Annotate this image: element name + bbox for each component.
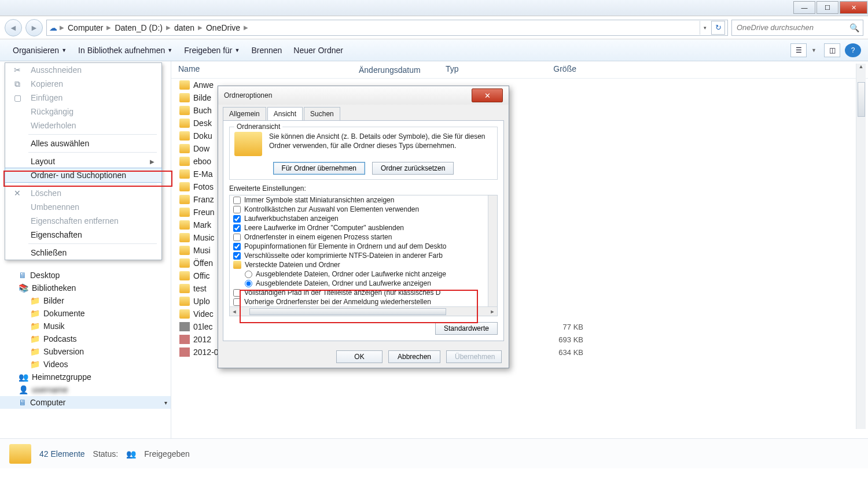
- folder-icon: [179, 195, 190, 204]
- close-button[interactable]: ✕: [840, 1, 867, 14]
- address-dropdown-icon[interactable]: ▾: [700, 21, 710, 35]
- settings-scrollbar-h[interactable]: ◄►: [230, 306, 497, 316]
- setting-radio-show[interactable]: Ausgeblendete Dateien, Ordner und Laufwe…: [230, 279, 497, 288]
- setting-item[interactable]: Ordnerfenster in einem eigenen Prozess s…: [230, 232, 497, 242]
- setting-item[interactable]: Vollständigen Pfad in der Titelleiste an…: [230, 288, 497, 297]
- crumb-onedrive[interactable]: OneDrive: [203, 23, 244, 32]
- tree-computer[interactable]: 🖥Computer▾: [0, 396, 171, 409]
- libraries-icon: 📚: [19, 283, 28, 293]
- menu-cut[interactable]: ✂Ausschneiden: [5, 63, 161, 77]
- share-with-button[interactable]: Freigeben für ▼: [178, 42, 245, 58]
- view-mode-button[interactable]: ☰: [790, 43, 807, 57]
- tree-libraries[interactable]: 📚Bibliotheken: [0, 282, 171, 294]
- new-folder-button[interactable]: Neuer Ordner: [288, 42, 349, 58]
- menu-properties[interactable]: Eigenschaften: [5, 228, 161, 242]
- setting-item[interactable]: Vorherige Ordnerfenster bei der Anmeldun…: [230, 297, 497, 306]
- col-name[interactable]: Name: [171, 61, 352, 78]
- preview-pane-button[interactable]: ◫: [824, 43, 840, 57]
- setting-item[interactable]: Leere Laufwerke im Ordner "Computer" aus…: [230, 223, 497, 232]
- checkbox[interactable]: [233, 234, 241, 241]
- folder-icon: [179, 93, 190, 102]
- setting-item[interactable]: Immer Symbole statt Miniaturansichten an…: [230, 195, 497, 205]
- chevron-down-icon[interactable]: ▾: [161, 400, 171, 406]
- include-in-library-button[interactable]: In Bibliothek aufnehmen ▼: [72, 42, 178, 58]
- col-date[interactable]: Änderungsdatum: [352, 61, 439, 78]
- col-type[interactable]: Typ: [439, 61, 525, 78]
- checkbox[interactable]: [233, 252, 241, 260]
- tab-search[interactable]: Suchen: [304, 107, 340, 120]
- tree-bilder[interactable]: 📁Bilder: [0, 294, 171, 307]
- menu-select-all[interactable]: Alles auswählen: [5, 136, 161, 150]
- tab-view[interactable]: Ansicht: [267, 107, 303, 120]
- crumb-daten[interactable]: daten: [171, 23, 198, 32]
- setting-item[interactable]: Laufwerkbuchstaben anzeigen: [230, 214, 497, 223]
- menu-layout[interactable]: Layout▶: [5, 154, 161, 168]
- tree-homegroup[interactable]: 👥Heimnetzgruppe: [0, 371, 171, 383]
- checkbox[interactable]: [233, 224, 241, 232]
- ok-button[interactable]: OK: [336, 350, 382, 363]
- advanced-settings-list[interactable]: Immer Symbole statt Miniaturansichten an…: [229, 195, 498, 316]
- tree-dokumente[interactable]: 📁Dokumente: [0, 307, 171, 320]
- checkbox[interactable]: [233, 298, 241, 306]
- tree-videos[interactable]: 📁Videos: [0, 358, 171, 371]
- dialog-button-row: OK Abbrechen Übernehmen: [218, 346, 509, 368]
- address-bar-row: ◄ ► ☁ ▶ Computer ▶ Daten_D (D:) ▶ daten …: [0, 16, 868, 39]
- column-headers[interactable]: Name Änderungsdatum Typ Größe: [171, 61, 868, 79]
- menu-redo[interactable]: Wiederholen: [5, 119, 161, 132]
- back-button[interactable]: ◄: [5, 19, 22, 36]
- menu-remove-props[interactable]: Eigenschaften entfernen: [5, 214, 161, 228]
- search-input[interactable]: [735, 23, 849, 32]
- breadcrumb[interactable]: ☁ ▶ Computer ▶ Daten_D (D:) ▶ daten ▶ On…: [46, 20, 728, 36]
- menu-folder-options[interactable]: Ordner- und Suchoptionen: [5, 168, 162, 183]
- defaults-button[interactable]: Standardwerte: [435, 322, 498, 335]
- checkbox[interactable]: [233, 215, 241, 223]
- crumb-computer[interactable]: Computer: [64, 23, 106, 32]
- apply-to-folders-button[interactable]: Für Ordner übernehmen: [273, 162, 365, 175]
- col-size[interactable]: Größe: [525, 61, 583, 78]
- setting-radio-hide[interactable]: Ausgeblendete Dateien, Ordner oder Laufw…: [230, 269, 497, 279]
- setting-item[interactable]: Popupinformationen für Elemente in Ordne…: [230, 242, 497, 251]
- tree-user[interactable]: 👤username: [0, 383, 171, 396]
- folder-icon: [179, 284, 190, 293]
- radio[interactable]: [245, 280, 252, 287]
- checkbox[interactable]: [233, 289, 241, 297]
- setting-item[interactable]: Verschlüsselte oder komprimierte NTFS-Da…: [230, 251, 497, 260]
- help-button[interactable]: ?: [845, 43, 861, 57]
- search-box[interactable]: 🔍: [731, 20, 863, 36]
- cancel-button[interactable]: Abbrechen: [388, 350, 440, 363]
- folder-icon: 📁: [30, 296, 40, 305]
- menu-copy[interactable]: ⧉Kopieren: [5, 77, 161, 91]
- checkbox[interactable]: [233, 197, 241, 204]
- organize-button[interactable]: Organisieren ▼: [7, 42, 72, 58]
- radio[interactable]: [245, 271, 252, 278]
- menu-undo[interactable]: Rückgängig: [5, 105, 161, 119]
- burn-button[interactable]: Brennen: [245, 42, 288, 58]
- reset-folders-button[interactable]: Ordner zurücksetzen: [372, 162, 454, 175]
- menu-rename[interactable]: Umbenennen: [5, 200, 161, 214]
- menu-close[interactable]: Schließen: [5, 246, 161, 260]
- user-icon: 👤: [19, 385, 28, 394]
- image-icon: [179, 347, 190, 357]
- dialog-close-button[interactable]: ✕: [472, 88, 503, 102]
- minimize-button[interactable]: ―: [793, 1, 815, 14]
- settings-scrollbar-v[interactable]: [488, 195, 497, 306]
- menu-paste[interactable]: ▢Einfügen: [5, 91, 161, 105]
- tree-desktop[interactable]: 🖥Desktop: [0, 269, 171, 282]
- crumb-drive[interactable]: Daten_D (D:): [111, 23, 165, 32]
- folder-options-dialog: Ordneroptionen ✕ Allgemein Ansicht Suche…: [218, 86, 509, 368]
- tab-general[interactable]: Allgemein: [223, 107, 266, 120]
- tree-subversion[interactable]: 📁Subversion: [0, 345, 171, 358]
- refresh-button[interactable]: ↻: [711, 21, 725, 35]
- tree-podcasts[interactable]: 📁Podcasts: [0, 332, 171, 345]
- setting-item[interactable]: Kontrollkästchen zur Auswahl von Element…: [230, 205, 497, 214]
- caret-down-icon: ▼: [167, 47, 172, 53]
- caret-down-icon[interactable]: ▼: [811, 43, 819, 57]
- maximize-button[interactable]: ☐: [816, 1, 838, 14]
- apply-button[interactable]: Übernehmen: [446, 350, 502, 363]
- forward-button[interactable]: ►: [25, 19, 43, 36]
- caret-down-icon: ▼: [235, 47, 240, 53]
- checkbox[interactable]: [233, 243, 241, 250]
- menu-delete[interactable]: ✕Löschen: [5, 186, 161, 200]
- tree-musik[interactable]: 📁Musik: [0, 320, 171, 332]
- checkbox[interactable]: [233, 206, 241, 213]
